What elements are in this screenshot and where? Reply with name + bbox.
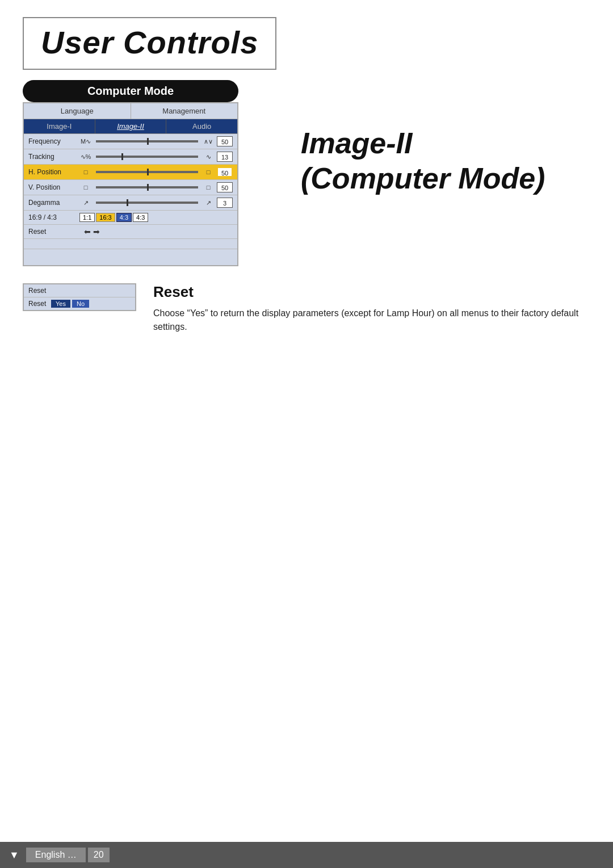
- subtab-row: Image-I Image-II Audio: [24, 119, 237, 134]
- frequency-value: 50: [217, 136, 233, 146]
- tracking-icon-left: ∿%: [79, 153, 92, 161]
- menu-row-vposition: V. Position □ □ 50: [24, 180, 237, 195]
- degamma-label: Degamma: [28, 199, 79, 207]
- title-box: User Controls: [23, 17, 276, 70]
- hposition-label: H. Position: [28, 168, 79, 176]
- small-panel: Reset Reset Yes No: [23, 283, 136, 334]
- degamma-icon-left: ↗: [79, 199, 92, 207]
- tab-management[interactable]: Management: [131, 103, 238, 119]
- reset-options-row: Reset Yes No: [24, 297, 135, 310]
- bottom-language: English …: [26, 848, 86, 862]
- bottom-bar: ▼ English … 20: [0, 842, 613, 868]
- frequency-track: [96, 140, 198, 142]
- menu-row-frequency: Frequency M∿ ∧∨ 50: [24, 134, 237, 149]
- subtab-audio[interactable]: Audio: [166, 119, 237, 133]
- vposition-icon-left: □: [79, 184, 92, 191]
- menu-row-degamma: Degamma ↗ ↗ 3: [24, 195, 237, 211]
- small-menu-panel: Reset Reset Yes No: [23, 283, 136, 311]
- yes-button[interactable]: Yes: [51, 300, 70, 308]
- lower-section: Reset Reset Yes No Reset Choose “Yes” to…: [23, 283, 590, 334]
- degamma-slider-area: ↗ ↗ 3: [79, 198, 233, 208]
- hposition-slider-area: □ □ 50: [79, 167, 233, 177]
- aspect-label: 16:9 / 4:3: [28, 213, 79, 221]
- menu-row-tracking: Tracking ∿% ∿ 13: [24, 149, 237, 165]
- page-title: User Controls: [41, 24, 258, 60]
- degamma-icon-right: ↗: [202, 199, 215, 207]
- no-button[interactable]: No: [72, 300, 89, 308]
- reset-label: Reset: [28, 228, 79, 236]
- tracking-icon-right: ∿: [202, 153, 215, 161]
- tracking-label: Tracking: [28, 153, 79, 161]
- spacer-row-1: [24, 239, 237, 249]
- spacer-row-2: [24, 249, 237, 259]
- hposition-icon-left: □: [79, 169, 92, 175]
- aspect-btn-43-blue[interactable]: 4:3: [116, 213, 132, 222]
- aspect-btn-163[interactable]: 16:3: [96, 213, 115, 222]
- degamma-value: 3: [217, 198, 233, 208]
- vposition-track: [96, 186, 198, 188]
- frequency-icon-left: M∿: [79, 138, 92, 145]
- right-title-line2: (Computer Mode): [301, 161, 545, 196]
- aspect-buttons: 1:1 16:3 4:3 4:3: [79, 213, 148, 222]
- frequency-slider-area: M∿ ∧∨ 50: [79, 136, 233, 146]
- tracking-value: 13: [217, 152, 233, 162]
- left-panel: Computer Mode Language Management Image-…: [23, 80, 267, 266]
- menu-row-reset: Reset ⬅ ➡: [24, 225, 237, 239]
- description-text: Choose “Yes” to return the display param…: [153, 307, 590, 334]
- description-area: Reset Choose “Yes” to return the display…: [148, 283, 590, 334]
- subtab-image2[interactable]: Image-II: [95, 119, 167, 133]
- vposition-icon-right: □: [202, 184, 215, 191]
- right-title-line1: Image-II: [301, 125, 545, 161]
- hposition-track: [96, 171, 198, 173]
- subtab-image1[interactable]: Image-I: [24, 119, 95, 133]
- tracking-track: [96, 156, 198, 158]
- hposition-icon-right: □: [202, 169, 215, 175]
- menu-row-aspect: 16:9 / 4:3 1:1 16:3 4:3 4:3: [24, 211, 237, 225]
- tab-row: Language Management: [24, 103, 237, 119]
- description-title: Reset: [153, 283, 590, 301]
- tab-language[interactable]: Language: [24, 103, 131, 119]
- hposition-value: 50: [217, 167, 233, 177]
- vposition-label: V. Position: [28, 183, 79, 191]
- vposition-value: 50: [217, 182, 233, 192]
- degamma-track: [96, 202, 198, 204]
- aspect-btn-11[interactable]: 1:1: [79, 213, 95, 222]
- aspect-btn-43[interactable]: 4:3: [133, 213, 148, 222]
- reset-options-reset-label: Reset: [28, 300, 51, 308]
- frequency-label: Frequency: [28, 137, 79, 145]
- bottom-page: 20: [88, 848, 110, 862]
- vposition-slider-area: □ □ 50: [79, 182, 233, 192]
- menu-row-hposition: H. Position □ □ 50: [24, 165, 237, 180]
- menu-panel: Language Management Image-I Image-II Aud…: [23, 102, 238, 266]
- reset-arrows-icon: ⬅ ➡: [84, 227, 100, 236]
- bottom-arrow-icon: ▼: [9, 849, 19, 861]
- computer-mode-header: Computer Mode: [23, 80, 238, 102]
- small-reset-row: Reset: [24, 284, 135, 297]
- tracking-slider-area: ∿% ∿ 13: [79, 152, 233, 162]
- right-title-area: Image-II (Computer Mode): [301, 125, 545, 196]
- frequency-icon-right: ∧∨: [202, 138, 215, 145]
- small-reset-label: Reset: [28, 287, 131, 295]
